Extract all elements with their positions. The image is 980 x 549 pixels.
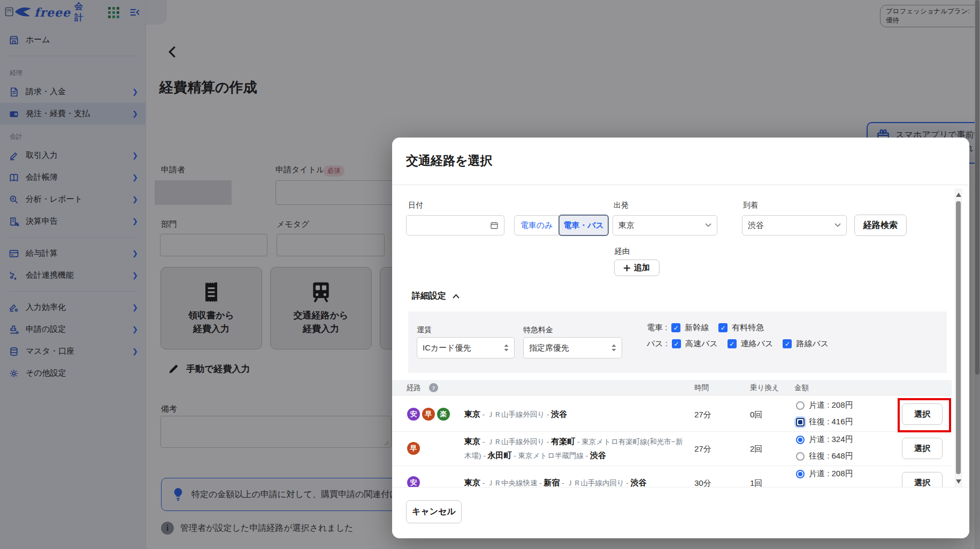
route-time: 27分: [694, 410, 711, 420]
route-description: 東京 - ＪＲ山手線外回り - 渋谷: [464, 397, 684, 431]
annotation-highlight-box: [898, 398, 951, 432]
select-route-button-3[interactable]: 選択: [902, 472, 943, 487]
radio-selected-focused-icon[interactable]: [796, 418, 805, 426]
modal-title: 交通経路を選択: [406, 152, 493, 169]
modal-footer: キャンセル: [392, 487, 969, 538]
badge-fast: 早: [407, 442, 420, 455]
radio-unselected-icon[interactable]: [796, 452, 805, 461]
route-row-2: 早 東京 - ＪＲ山手線外回り - 有楽町 - 東京メトロ有楽町線(和光市−新木…: [392, 431, 952, 466]
badge-cheap: 安: [407, 476, 420, 487]
modal-scrollbar[interactable]: [955, 189, 962, 487]
select-route-button-2[interactable]: 選択: [902, 438, 943, 459]
route-transfers: 1回: [750, 478, 762, 487]
route-description: 東京 - ＪＲ山手線外回り - 有楽町 - 東京メトロ有楽町線(和光市−新木場)…: [464, 431, 684, 466]
route-transfers: 0回: [750, 410, 762, 420]
route-time: 27分: [694, 444, 711, 454]
fare-oneway-option[interactable]: 片道 : 208円: [796, 469, 853, 479]
route-transfers: 2回: [750, 444, 762, 454]
badge-easy: 楽: [437, 408, 450, 421]
badge-fast: 早: [422, 408, 435, 421]
fare-roundtrip-option[interactable]: 往復 : 416円: [796, 417, 853, 427]
fare-oneway-option[interactable]: 片道 : 208円: [796, 400, 853, 410]
route-select-modal: 交通経路を選択 日付 電車のみ 電車・バス 出発 東京 到着 渋谷 経路検索 経…: [392, 138, 969, 538]
radio-selected-icon[interactable]: [796, 436, 805, 444]
route-row-1: 安 早 楽 東京 - ＪＲ山手線外回り - 渋谷 27分 0回 片道 : 208…: [392, 397, 952, 432]
fare-oneway-option[interactable]: 片道 : 324円: [796, 434, 853, 445]
radio-unselected-icon[interactable]: [796, 401, 805, 410]
scroll-down-icon[interactable]: [956, 479, 961, 484]
radio-selected-icon[interactable]: [796, 470, 805, 478]
app-window: freee 会計 ホーム 経理 請求・入金❯ 発注・経費・支払❯: [0, 0, 980, 549]
scroll-up-icon[interactable]: [956, 193, 961, 197]
cancel-button[interactable]: キャンセル: [406, 500, 462, 523]
results-table-body: 安 早 楽 東京 - ＪＲ山手線外回り - 渋谷 27分 0回 片道 : 208…: [392, 185, 952, 487]
badge-cheap: 安: [407, 408, 420, 421]
fare-roundtrip-option[interactable]: 往復 : 648円: [796, 451, 853, 461]
route-row-3: 安 東京 - ＪＲ中央線快速 - 新宿 - ＪＲ山手線内回り - 渋谷 30分 …: [392, 466, 952, 487]
modal-scrollbar-thumb[interactable]: [956, 201, 961, 474]
route-description: 東京 - ＪＲ中央線快速 - 新宿 - ＪＲ山手線内回り - 渋谷: [464, 466, 684, 487]
route-time: 30分: [694, 478, 711, 487]
